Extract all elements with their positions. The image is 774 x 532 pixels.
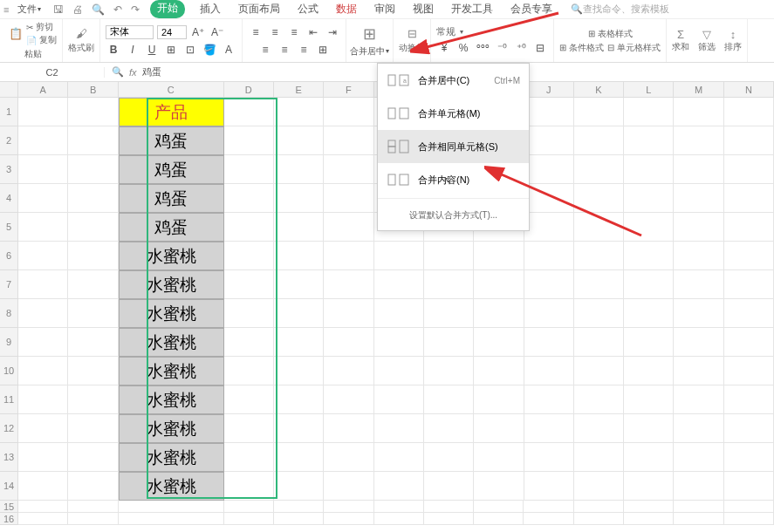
cell[interactable] [724,270,774,299]
cell[interactable]: 水蜜桃 [119,472,224,501]
cell[interactable] [674,155,723,184]
cell[interactable] [68,299,118,328]
col-header[interactable]: N [724,82,774,98]
row-header[interactable]: 5 [0,213,18,242]
italic-button[interactable]: I [125,42,140,58]
cell[interactable] [724,184,774,213]
cell[interactable] [274,513,324,525]
cell[interactable] [724,299,774,328]
cell[interactable] [18,385,68,414]
cell[interactable] [68,213,118,242]
font-size-select[interactable] [157,25,187,39]
cell[interactable] [324,385,373,414]
align-right-icon[interactable]: ≡ [296,42,312,58]
cell[interactable] [724,501,774,513]
cell[interactable]: 产品 [119,98,224,126]
cell[interactable] [624,414,674,443]
increase-font-icon[interactable]: A⁺ [190,24,206,40]
merge-cells-item[interactable]: 合并单元格(M) [378,97,529,130]
cell[interactable]: 水蜜桃 [119,242,224,270]
cell[interactable] [624,443,674,472]
cell[interactable] [574,184,624,213]
cell[interactable] [674,270,723,299]
merge-center-item[interactable]: a 合并居中(C) Ctrl+M [378,64,529,97]
cell[interactable] [224,414,274,443]
cell[interactable]: 水蜜桃 [119,414,224,443]
col-header[interactable]: D [224,82,274,98]
cell[interactable] [374,242,424,270]
cell[interactable] [374,328,424,357]
cell[interactable] [274,328,324,357]
cell[interactable]: 水蜜桃 [119,443,224,472]
align-center-icon[interactable]: ≡ [277,42,292,58]
cell[interactable] [674,98,723,126]
cell[interactable] [574,513,624,525]
cell[interactable] [424,443,474,472]
cell[interactable] [274,155,324,184]
cell[interactable] [68,184,118,213]
cell[interactable] [624,299,674,328]
cell[interactable] [524,385,574,414]
row-header[interactable]: 1 [0,98,18,126]
paste-label[interactable]: 粘贴 [24,48,42,60]
cell[interactable] [424,513,474,525]
border-button[interactable]: ⊞ [163,42,179,58]
cell[interactable] [424,501,474,513]
cell[interactable] [324,472,373,501]
cell[interactable] [274,357,324,385]
cell[interactable]: 水蜜桃 [119,328,224,357]
row-header[interactable]: 8 [0,299,18,328]
cell-style-button[interactable]: ⊟ 单元格样式 [607,42,661,54]
cell[interactable] [624,385,674,414]
cell[interactable] [224,328,274,357]
ribbon-merge[interactable]: ⊞ 合并居中▾ [346,19,394,62]
col-header[interactable]: E [274,82,324,98]
conditional-format-button[interactable]: ⊞ 条件格式 [559,42,604,54]
cell[interactable] [674,443,723,472]
cell[interactable] [68,414,118,443]
cell[interactable] [474,472,524,501]
fx-icon[interactable]: fx [129,67,137,78]
font-effect-button[interactable]: ⊡ [182,42,198,58]
row-header[interactable]: 15 [0,501,18,513]
align-middle-icon[interactable]: ≡ [267,24,283,40]
filter-icon[interactable]: ▽ [702,28,711,41]
cell[interactable] [624,513,674,525]
cell[interactable] [724,414,774,443]
cell[interactable] [374,385,424,414]
cell[interactable] [18,472,68,501]
cell[interactable] [324,126,373,155]
tab-data[interactable]: 数据 [333,0,360,18]
cell[interactable] [674,414,723,443]
cut-button[interactable]: ✂ 剪切 [26,21,57,33]
cell[interactable] [324,242,373,270]
cell[interactable] [474,443,524,472]
cell[interactable] [524,299,574,328]
cell[interactable] [524,414,574,443]
cell[interactable] [224,443,274,472]
cell[interactable] [574,213,624,242]
cell[interactable] [574,443,624,472]
cell[interactable] [474,299,524,328]
cell[interactable] [524,155,574,184]
hamburger-icon[interactable]: ≡ [3,4,9,15]
fill-color-button[interactable]: 🪣 [202,42,217,58]
col-header[interactable]: L [624,82,674,98]
sum-icon[interactable]: Σ [677,28,684,41]
font-color-button[interactable]: A [221,42,236,58]
sort-icon[interactable]: ↕ [730,28,736,41]
cell[interactable] [324,414,373,443]
cell[interactable] [574,155,624,184]
orientation-icon[interactable]: ⊞ [315,42,331,58]
cell[interactable] [624,242,674,270]
increase-decimal-icon[interactable]: ⁺⁰ [513,40,529,56]
align-bottom-icon[interactable]: ≡ [286,24,302,40]
cell[interactable] [574,414,624,443]
col-header[interactable]: K [574,82,624,98]
cell[interactable] [674,501,723,513]
cell[interactable] [574,328,624,357]
zoom-fx-icon[interactable]: 🔍 [112,66,124,78]
cell[interactable] [724,242,774,270]
ribbon-wrap[interactable]: ⊟ 动换行 [394,19,431,62]
indent-left-icon[interactable]: ⇤ [305,24,321,40]
